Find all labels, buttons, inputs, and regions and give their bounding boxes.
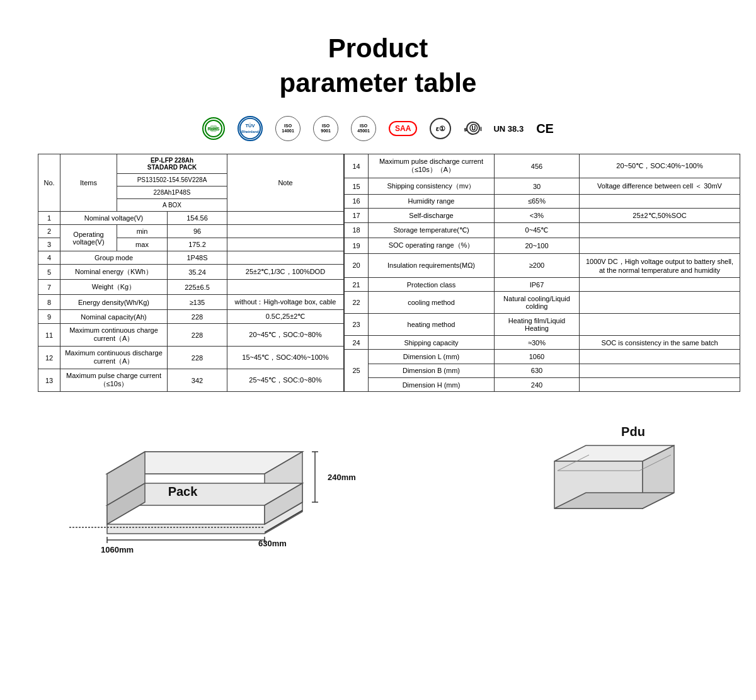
cert-ul: ₛⓊₗ — [464, 123, 481, 134]
cert-e1: ε① — [430, 118, 451, 139]
cert-iso9001: ISO9001 — [313, 116, 338, 141]
table-row: 8 Energy density(Wh/Kg) ≥135 without：Hig… — [38, 295, 344, 310]
table-row: 2 Operating voltage(V) min 96 — [38, 225, 344, 238]
table-row: 1 Nominal voltage(V) 154.56 — [38, 212, 344, 225]
svg-text:Pdu: Pdu — [621, 425, 645, 439]
table-row: 21 Protection class IP67 — [345, 278, 740, 292]
svg-text:630mm: 630mm — [258, 539, 287, 548]
table-row: 18 Storage temperature(℃) 0~45℃ — [345, 223, 740, 238]
table-row: 4 Group mode 1P48S — [38, 251, 344, 265]
product-model: PS131502-154.56V228A — [117, 174, 227, 186]
cert-iso45001: ISO45001 — [351, 116, 376, 141]
svg-text:RoHS: RoHS — [208, 127, 220, 131]
table-row: 25 Dimension L (mm) 1060 — [345, 350, 740, 364]
svg-text:1060mm: 1060mm — [101, 545, 134, 554]
table-row: 9 Nominal capacity(Ah) 228 0.5C,25±2℃ — [38, 310, 344, 324]
left-param-table: No. Items EP-LFP 228AhSTADARD PACK Note … — [38, 154, 344, 392]
product-box: A BOX — [117, 199, 227, 212]
cert-rohs: RoHS — [202, 117, 225, 140]
svg-text:TÜV: TÜV — [246, 123, 255, 129]
table-row: Dimension H (mm) 240 — [345, 377, 740, 391]
col-no-header: No. — [38, 154, 60, 212]
table-row: 20 Insulation requirements(MΩ) ≥200 1000… — [345, 253, 740, 277]
table-row: 12 Maximum continuous discharge current（… — [38, 347, 344, 369]
product-name: EP-LFP 228AhSTADARD PACK — [117, 154, 227, 174]
product-spec: 228Ah1P48S — [117, 186, 227, 199]
cert-tuv: TÜV Rheinland — [238, 116, 263, 141]
table-row: 7 Weight（Kg） 225±6.5 — [38, 280, 344, 295]
table-row: 14 Maximum pulse discharge current（≤10s）… — [345, 154, 740, 178]
col-items-header: Items — [60, 154, 117, 212]
table-row: 15 Shipping consistency（mv） 30 Voltage d… — [345, 178, 740, 194]
table-row: 16 Humidity range ≤65% — [345, 194, 740, 208]
svg-text:Pack: Pack — [168, 485, 198, 498]
table-header-row1: No. Items EP-LFP 228AhSTADARD PACK Note — [38, 154, 344, 174]
pdu-svg: Pdu — [517, 411, 718, 549]
tables-wrapper: No. Items EP-LFP 228AhSTADARD PACK Note … — [38, 154, 718, 392]
svg-text:Rheinland: Rheinland — [241, 130, 259, 134]
svg-text:240mm: 240mm — [328, 473, 356, 482]
table-row: 22 cooling method Natural cooling/Liquid… — [345, 292, 740, 314]
table-row: 17 Self-discharge <3% 25±2℃,50%SOC — [345, 208, 740, 222]
cert-ce: CE — [536, 122, 554, 136]
pdu-diagram: Pdu — [517, 411, 718, 549]
right-param-table: 14 Maximum pulse discharge current（≤10s）… — [344, 154, 740, 392]
table-row: 13 Maximum pulse charge current（≤10s） 34… — [38, 369, 344, 392]
table-row: 19 SOC operating range（%） 20~100 — [345, 238, 740, 253]
cert-un383: UN 38.3 — [493, 124, 524, 134]
table-row: 23 heating method Heating film/Liquid He… — [345, 314, 740, 336]
diagrams-section: Pack 240mm 1060mm 630mm — [38, 411, 718, 556]
table-row: Dimension B (mm) 630 — [345, 364, 740, 377]
pack-svg: Pack 240mm 1060mm 630mm — [38, 411, 365, 556]
col-note-header: Note — [227, 154, 344, 212]
table-row: 24 Shipping capacity ≈30% SOC is consist… — [345, 336, 740, 350]
cert-iso14001: ISO14001 — [275, 116, 301, 141]
certifications-row: RoHS TÜV Rheinland ISO14001 ISO9001 ISO4… — [13, 116, 743, 141]
cert-saa: SAA — [389, 121, 417, 136]
table-row: 11 Maximum continuous charge current（A） … — [38, 324, 344, 347]
pack-diagram: Pack 240mm 1060mm 630mm — [38, 411, 365, 556]
table-row: 5 Nominal energy（KWh） 35.24 25±2℃,1/3C，1… — [38, 265, 344, 280]
page-title: Product parameter table — [13, 32, 743, 100]
